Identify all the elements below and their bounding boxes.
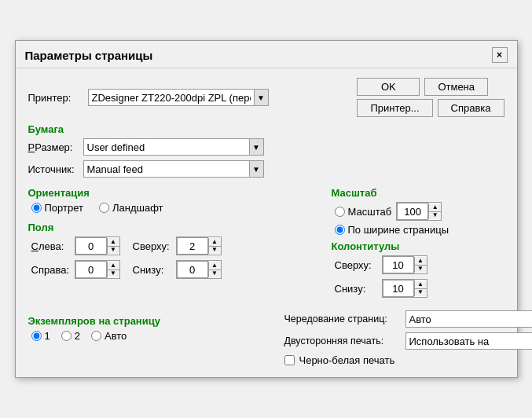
- size-label: РРазмер:: [28, 141, 83, 153]
- duplex-dropdown[interactable]: ▼: [405, 332, 533, 350]
- scale-label: Масштаб: [348, 206, 392, 218]
- scale-option[interactable]: Масштаб: [335, 206, 392, 218]
- left-margin-up[interactable]: ▲: [108, 238, 119, 247]
- header-top-label: Сверху:: [335, 259, 382, 271]
- top-margin-up[interactable]: ▲: [209, 238, 221, 247]
- page-width-radio[interactable]: [335, 225, 345, 235]
- landscape-option[interactable]: Ландшафт: [99, 202, 163, 214]
- page-width-option[interactable]: По ширине страницы: [335, 224, 504, 236]
- interleave-dropdown[interactable]: ▼: [405, 310, 533, 328]
- copies-1-option[interactable]: 1: [31, 330, 50, 342]
- copies-2-radio[interactable]: [61, 331, 72, 341]
- header-bottom-up[interactable]: ▲: [415, 280, 427, 289]
- copies-section-label: Экземпляров на страницу: [28, 315, 272, 327]
- copies-1-label: 1: [45, 330, 50, 342]
- scale-spinner[interactable]: ▲ ▼: [396, 202, 442, 221]
- duplex-label: Двусторонняя печать:: [284, 336, 401, 346]
- printer-label: Принтер:: [28, 92, 83, 104]
- copies-auto-label: Авто: [105, 330, 127, 342]
- header-bottom-down[interactable]: ▼: [415, 289, 427, 297]
- left-margin-down[interactable]: ▼: [108, 247, 119, 255]
- page-settings-dialog: Параметры страницы × Принтер: ▼ OK Отмен…: [15, 40, 518, 378]
- source-dropdown[interactable]: ▼: [83, 160, 264, 178]
- bottom-margin-up[interactable]: ▲: [209, 262, 221, 270]
- header-top-up[interactable]: ▲: [415, 257, 427, 266]
- scale-section-label: Масштаб: [332, 187, 504, 199]
- dialog-title: Параметры страницы: [25, 49, 153, 62]
- printer-settings-button[interactable]: Принтер...: [357, 99, 432, 117]
- size-dropdown-arrow[interactable]: ▼: [249, 139, 263, 155]
- portrait-option[interactable]: Портрет: [31, 202, 83, 214]
- header-top-spinner[interactable]: ▲ ▼: [382, 255, 427, 274]
- right-margin-up[interactable]: ▲: [108, 262, 119, 270]
- cancel-button[interactable]: Отмена: [424, 78, 488, 96]
- header-bottom-input[interactable]: [383, 280, 414, 297]
- source-label: Источник:: [28, 163, 83, 175]
- copies-2-option[interactable]: 2: [61, 330, 80, 342]
- header-top-input[interactable]: [383, 256, 414, 273]
- copies-1-radio[interactable]: [31, 331, 42, 341]
- copies-auto-radio[interactable]: [91, 331, 101, 341]
- interleave-label: Чередование страниц:: [284, 314, 401, 324]
- size-dropdown[interactable]: ▼: [83, 138, 264, 156]
- portrait-label: Портрет: [45, 202, 83, 214]
- headers-section-label: Колонтитулы: [332, 240, 504, 252]
- header-top-down[interactable]: ▼: [415, 266, 427, 273]
- close-button[interactable]: ×: [492, 47, 508, 63]
- right-margin-down[interactable]: ▼: [108, 270, 119, 278]
- right-margin-label: Справа:: [31, 264, 75, 276]
- scale-up[interactable]: ▲: [429, 204, 441, 212]
- bottom-margin-label: Снизу:: [133, 264, 176, 276]
- printer-input[interactable]: [89, 90, 254, 105]
- scale-input[interactable]: [397, 203, 428, 220]
- grayscale-row[interactable]: Черно-белая печать: [284, 354, 504, 366]
- top-margin-spinner[interactable]: ▲ ▼: [176, 236, 222, 255]
- dialog-content: Принтер: ▼ OK Отмена Принтер... Справка …: [16, 68, 517, 377]
- duplex-input[interactable]: [406, 333, 533, 349]
- right-margin-spinner[interactable]: ▲ ▼: [75, 260, 120, 279]
- header-bottom-spinner[interactable]: ▲ ▼: [382, 279, 427, 298]
- copies-2-label: 2: [75, 330, 80, 342]
- size-input[interactable]: [84, 139, 249, 155]
- source-dropdown-arrow[interactable]: ▼: [249, 161, 263, 177]
- help-button[interactable]: Справка: [438, 99, 504, 117]
- top-margin-label: Сверху:: [133, 240, 176, 252]
- source-input[interactable]: [84, 161, 249, 177]
- right-margin-input[interactable]: [75, 261, 107, 278]
- left-margin-input[interactable]: [75, 237, 107, 255]
- bottom-margin-down[interactable]: ▼: [209, 270, 221, 278]
- top-margin-down[interactable]: ▼: [209, 247, 221, 255]
- scale-down[interactable]: ▼: [429, 212, 441, 220]
- printer-dropdown[interactable]: ▼: [88, 89, 269, 106]
- header-bottom-label: Снизу:: [335, 283, 382, 295]
- margins-section-label: Поля: [28, 222, 319, 233]
- printer-dropdown-arrow[interactable]: ▼: [254, 90, 268, 105]
- portrait-radio[interactable]: [31, 203, 42, 213]
- left-margin-spinner[interactable]: ▲ ▼: [75, 236, 120, 255]
- landscape-label: Ландшафт: [112, 202, 163, 214]
- scale-radio[interactable]: [335, 207, 345, 217]
- page-width-label: По ширине страницы: [348, 224, 449, 236]
- bottom-margin-input[interactable]: [177, 261, 208, 278]
- orientation-section-label: Ориентация: [28, 187, 319, 199]
- top-margin-input[interactable]: [177, 237, 208, 255]
- landscape-radio[interactable]: [99, 203, 109, 213]
- title-bar: Параметры страницы ×: [16, 41, 517, 68]
- left-margin-label: Слева:: [31, 240, 75, 252]
- copies-auto-option[interactable]: Авто: [91, 330, 127, 342]
- interleave-input[interactable]: [406, 311, 533, 327]
- bottom-margin-spinner[interactable]: ▲ ▼: [176, 260, 222, 279]
- paper-section-label: Бумага: [28, 123, 504, 135]
- grayscale-checkbox[interactable]: [284, 355, 295, 365]
- ok-button[interactable]: OK: [357, 78, 420, 96]
- grayscale-label: Черно-белая печать: [299, 354, 395, 366]
